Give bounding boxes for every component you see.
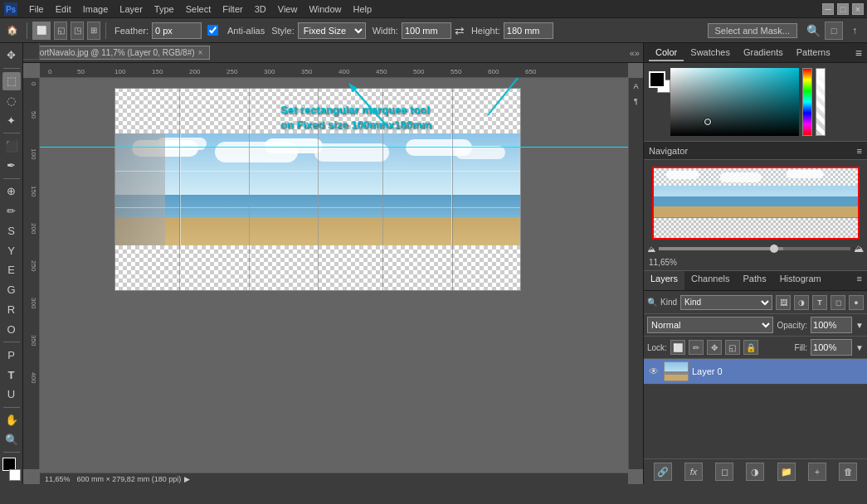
blur-tool[interactable]: R: [2, 301, 21, 319]
fill-input[interactable]: [811, 339, 852, 356]
layer-filter-select[interactable]: Kind: [680, 295, 772, 310]
marquee-rect-btn[interactable]: ⬜: [32, 22, 51, 40]
search-icon-btn[interactable]: 🔍: [804, 22, 822, 40]
layer-visibility-icon[interactable]: 👁: [647, 365, 660, 378]
status-arrow-icon[interactable]: ▶: [184, 475, 190, 483]
lock-all-btn[interactable]: 🔒: [743, 340, 758, 355]
canvas-tool-2[interactable]: ¶: [630, 94, 643, 108]
color-tab[interactable]: Color: [649, 45, 684, 61]
marquee-options-1[interactable]: ◱: [54, 22, 67, 40]
dodge-tool[interactable]: O: [2, 321, 21, 339]
eraser-tool[interactable]: E: [2, 261, 21, 279]
new-group-btn[interactable]: 📁: [777, 463, 796, 481]
text-tool[interactable]: T: [2, 366, 21, 384]
move-tool[interactable]: ✥: [2, 46, 21, 65]
fill-arrow-icon[interactable]: ▼: [855, 343, 864, 352]
fx-btn[interactable]: fx: [684, 463, 703, 481]
document-tab[interactable]: PortNavalo.jpg @ 11,7% (Layer 0, RGB/8#)…: [27, 46, 210, 60]
gradients-tab[interactable]: Gradients: [737, 45, 790, 61]
layers-panel-menu-icon[interactable]: ≡: [852, 271, 867, 290]
layers-tab[interactable]: Layers: [644, 271, 684, 290]
color-panel-menu-icon[interactable]: ≡: [855, 46, 862, 60]
eyedropper-tool[interactable]: ✒: [2, 157, 21, 175]
menu-help[interactable]: Help: [348, 2, 378, 16]
filter-adjust-btn[interactable]: ◑: [794, 295, 809, 310]
background-color[interactable]: [9, 469, 21, 481]
history-brush-tool[interactable]: Y: [2, 241, 21, 259]
table-row[interactable]: 👁 Layer 0: [644, 359, 867, 385]
tab-close-icon[interactable]: ×: [198, 48, 203, 57]
antialias-checkbox[interactable]: [207, 25, 218, 36]
opacity-arrow-icon[interactable]: ▼: [855, 321, 864, 330]
patterns-tab[interactable]: Patterns: [790, 45, 837, 61]
lock-position-btn[interactable]: ✥: [707, 340, 722, 355]
channels-tab[interactable]: Channels: [684, 271, 736, 290]
filter-shape-btn[interactable]: ◻: [830, 295, 845, 310]
blend-mode-select[interactable]: Normal Multiply Screen Overlay: [647, 317, 773, 333]
zoom-out-icon[interactable]: ⛰: [647, 245, 655, 254]
menu-select[interactable]: Select: [180, 2, 217, 16]
menu-view[interactable]: View: [272, 2, 304, 16]
marquee-tool[interactable]: ⬚: [2, 72, 21, 90]
menu-window[interactable]: Window: [303, 2, 347, 16]
marquee-options-3[interactable]: ⊞: [87, 22, 100, 40]
filter-text-btn[interactable]: T: [812, 295, 827, 310]
feather-input[interactable]: [152, 22, 202, 39]
zoom-slider-thumb[interactable]: [770, 245, 778, 253]
menu-edit[interactable]: Edit: [50, 2, 77, 16]
foreground-swatch[interactable]: [649, 71, 665, 88]
screen-mode-btn[interactable]: □: [825, 22, 843, 40]
opacity-input[interactable]: [811, 317, 852, 333]
mask-btn[interactable]: ◻: [715, 463, 733, 481]
hand-tool[interactable]: ✋: [2, 411, 21, 429]
alpha-strip[interactable]: [816, 68, 826, 136]
menu-3d[interactable]: 3D: [249, 2, 272, 16]
menu-type[interactable]: Type: [149, 2, 180, 16]
hue-strip[interactable]: [802, 68, 812, 136]
zoom-tool[interactable]: 🔍: [2, 431, 21, 449]
swatches-tab[interactable]: Swatches: [684, 45, 737, 61]
lock-artboard-btn[interactable]: ◱: [725, 340, 740, 355]
lasso-tool[interactable]: ◌: [2, 92, 21, 110]
shape-tool[interactable]: U: [2, 385, 21, 404]
marquee-options-2[interactable]: ◳: [71, 22, 84, 40]
home-btn[interactable]: 🏠: [3, 22, 22, 40]
close-btn[interactable]: ×: [852, 3, 864, 15]
color-picker-gradient[interactable]: [670, 68, 799, 136]
canvas-tool-1[interactable]: A: [630, 80, 643, 93]
histogram-tab[interactable]: Histogram: [773, 271, 828, 290]
adjustment-btn[interactable]: ◑: [746, 463, 764, 481]
pen-tool[interactable]: P: [2, 346, 21, 364]
menu-layer[interactable]: Layer: [114, 2, 149, 16]
menu-filter[interactable]: Filter: [217, 2, 248, 16]
menu-image[interactable]: Image: [77, 2, 114, 16]
share-btn[interactable]: ↑: [845, 22, 864, 40]
swap-dimensions-btn[interactable]: ⇄: [455, 24, 465, 37]
maximize-btn[interactable]: □: [837, 3, 849, 15]
select-mask-btn[interactable]: Select and Mask...: [708, 23, 798, 38]
style-select[interactable]: Fixed Size Normal Fixed Ratio: [298, 22, 366, 39]
menu-file[interactable]: File: [23, 2, 50, 16]
link-layers-btn[interactable]: 🔗: [654, 463, 672, 481]
width-input[interactable]: [402, 22, 451, 39]
tab-collapse-btn[interactable]: «»: [630, 48, 640, 58]
clone-tool[interactable]: S: [2, 221, 21, 240]
minimize-btn[interactable]: ─: [822, 3, 834, 15]
magic-wand-tool[interactable]: ✦: [2, 111, 21, 129]
navigator-menu-icon[interactable]: ≡: [857, 146, 862, 156]
lock-paint-btn[interactable]: ✏: [689, 340, 704, 355]
navigator-preview[interactable]: [652, 167, 860, 240]
crop-tool[interactable]: ⬛: [2, 137, 21, 155]
zoom-slider[interactable]: [659, 247, 850, 250]
heal-tool[interactable]: ⊕: [2, 182, 21, 201]
gradient-tool[interactable]: G: [2, 281, 21, 299]
filter-pixel-btn[interactable]: 🖼: [776, 295, 791, 310]
lock-image-btn[interactable]: ⬜: [670, 340, 685, 355]
height-input[interactable]: [504, 22, 553, 39]
filter-smart-btn[interactable]: ●: [849, 295, 864, 310]
zoom-in-icon[interactable]: ⛰: [854, 243, 864, 254]
document-canvas[interactable]: [114, 88, 521, 291]
new-layer-btn[interactable]: +: [808, 463, 826, 481]
brush-tool[interactable]: ✏: [2, 202, 21, 220]
delete-layer-btn[interactable]: 🗑: [839, 463, 857, 481]
